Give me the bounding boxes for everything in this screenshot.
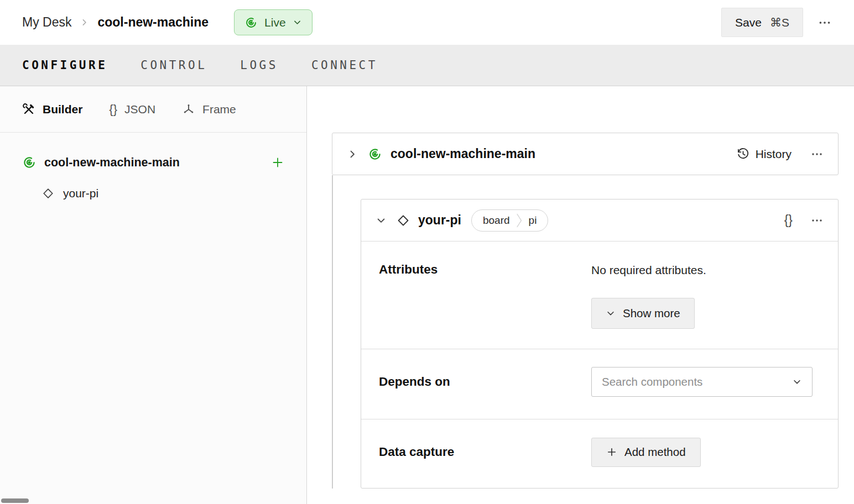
breadcrumb-my-desk[interactable]: My Desk xyxy=(22,15,71,30)
machine-card-actions: History xyxy=(737,148,824,161)
data-capture-label: Data capture xyxy=(379,445,591,459)
header-menu-button[interactable] xyxy=(817,15,832,30)
save-button[interactable]: Save ⌘S xyxy=(721,8,803,37)
tree-item-your-pi[interactable]: your-pi xyxy=(0,178,306,209)
component-menu-button[interactable] xyxy=(810,214,824,227)
machine-part-icon xyxy=(368,147,382,161)
breadcrumb-chevron-icon xyxy=(80,18,89,27)
component-diamond-icon xyxy=(42,187,54,200)
badge-category: board xyxy=(483,214,510,227)
view-json-label: JSON xyxy=(124,103,155,116)
history-label: History xyxy=(756,148,791,161)
machine-part-title: cool-new-machine-main xyxy=(390,146,535,161)
view-builder-label: Builder xyxy=(43,103,82,116)
history-icon xyxy=(737,148,749,160)
edit-json-button[interactable]: {} xyxy=(784,213,793,228)
machine-part-card: cool-new-machine-main History xyxy=(332,133,839,175)
attributes-section: Attributes No required attributes. Show … xyxy=(361,242,838,349)
top-header: My Desk cool-new-machine Live Save xyxy=(0,0,854,45)
depends-on-section: Depends on xyxy=(361,349,838,419)
add-method-button[interactable]: Add method xyxy=(591,438,701,467)
expand-machine-button[interactable] xyxy=(347,149,358,160)
history-button[interactable]: History xyxy=(737,148,791,161)
tree-connector-line xyxy=(332,175,333,489)
tab-connect[interactable]: CONNECT xyxy=(311,59,378,72)
depends-on-select[interactable] xyxy=(591,367,813,397)
component-card-actions: {} xyxy=(784,213,824,228)
tab-configure[interactable]: CONFIGURE xyxy=(22,59,107,72)
machine-part-icon xyxy=(22,155,37,170)
chevron-right-icon xyxy=(347,149,358,160)
tab-logs[interactable]: LOGS xyxy=(240,59,278,72)
component-diamond-icon xyxy=(397,214,410,227)
depends-on-label: Depends on xyxy=(379,375,591,389)
frame-axes-icon xyxy=(182,103,195,116)
component-tree: cool-new-machine-main your-pi xyxy=(0,133,306,209)
main-tabbar: CONFIGURE CONTROL LOGS CONNECT xyxy=(0,45,854,86)
save-shortcut: ⌘S xyxy=(770,16,789,29)
attributes-label: Attributes xyxy=(379,262,591,349)
config-sidebar: Builder {} JSON Frame xyxy=(0,86,307,504)
component-card-header: your-pi board pi {} xyxy=(361,200,838,242)
view-builder[interactable]: Builder xyxy=(22,103,82,116)
breadcrumb-machine-name: cool-new-machine xyxy=(97,15,209,30)
component-title: your-pi xyxy=(418,213,461,228)
view-frame[interactable]: Frame xyxy=(182,103,236,116)
tab-control[interactable]: CONTROL xyxy=(140,59,207,72)
view-json[interactable]: {} JSON xyxy=(109,102,155,117)
collapse-component-button[interactable] xyxy=(376,215,387,226)
show-more-button[interactable]: Show more xyxy=(591,298,695,329)
ellipsis-icon xyxy=(817,15,832,30)
search-components-input[interactable] xyxy=(602,375,787,389)
component-card-your-pi: your-pi board pi {} xyxy=(361,199,839,489)
badge-model: pi xyxy=(529,214,537,227)
breadcrumb: My Desk cool-new-machine xyxy=(22,15,209,30)
show-more-label: Show more xyxy=(623,307,680,320)
component-type-badge: board pi xyxy=(471,209,548,232)
broadcast-icon xyxy=(244,16,258,29)
horizontal-scrollbar-thumb[interactable] xyxy=(1,498,29,503)
tools-icon xyxy=(22,103,35,116)
attributes-empty-text: No required attributes. xyxy=(591,262,811,278)
plus-icon xyxy=(271,156,284,169)
ellipsis-icon xyxy=(810,214,824,227)
chevron-down-icon xyxy=(606,308,616,318)
live-status-badge[interactable]: Live xyxy=(234,9,313,35)
view-switcher: Builder {} JSON Frame xyxy=(0,86,306,133)
header-actions: Save ⌘S xyxy=(721,8,832,37)
badge-divider-chevron-icon xyxy=(516,213,523,228)
tree-root-label: cool-new-machine-main xyxy=(44,156,271,170)
machine-menu-button[interactable] xyxy=(810,148,824,161)
save-label: Save xyxy=(735,16,762,29)
curly-braces-icon: {} xyxy=(109,102,117,117)
add-method-label: Add method xyxy=(624,445,686,459)
plus-icon xyxy=(606,447,617,458)
tree-item-machine-main[interactable]: cool-new-machine-main xyxy=(0,147,306,178)
view-frame-label: Frame xyxy=(202,103,236,116)
chevron-down-icon xyxy=(792,377,802,387)
add-component-button[interactable] xyxy=(271,156,284,169)
live-label: Live xyxy=(264,16,286,29)
chevron-down-icon xyxy=(376,215,387,226)
data-capture-section: Data capture Add method xyxy=(361,419,838,489)
config-main-area: cool-new-machine-main History xyxy=(308,86,854,504)
ellipsis-icon xyxy=(810,148,824,161)
chevron-down-icon xyxy=(293,18,302,27)
tree-child-label: your-pi xyxy=(63,187,98,200)
